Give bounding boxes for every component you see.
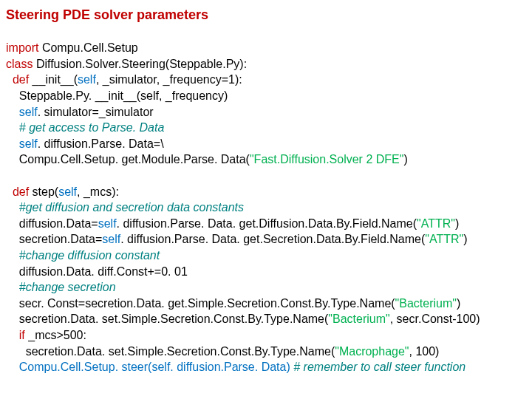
txt: diffusion.Data=	[6, 217, 98, 230]
txt: , _mcs):	[77, 185, 119, 198]
self: self	[19, 137, 38, 150]
txt: _mcs>500:	[25, 329, 86, 341]
txt: Compu.Cell.Setup. get.Module.Parse. Data…	[6, 153, 250, 166]
comment: # remember to call steer function	[290, 361, 466, 373]
self: self	[78, 73, 96, 86]
txt: )	[463, 233, 467, 245]
txt	[6, 106, 19, 118]
self: self	[102, 233, 120, 245]
txt: , _simulator, _frequency=1):	[96, 73, 242, 86]
txt: . diffusion.Parse. Data)	[170, 361, 290, 373]
kw-class: class	[6, 58, 33, 70]
txt: , 100)	[409, 345, 440, 358]
txt: diffusion.Data. diff.Const+=0. 01	[6, 265, 188, 278]
string-literal: "ATTR"	[417, 217, 455, 230]
txt: secretion.Data. set.Simple.Secretion.Con…	[6, 313, 328, 325]
slide-container: Steering PDE solver parameters import Co…	[0, 0, 532, 375]
comment: # get access to Parse. Data	[6, 121, 164, 134]
kw-import: import	[6, 41, 38, 54]
txt: secretion.Data=	[6, 233, 102, 245]
txt: secretion.Data. set.Simple.Secretion.Con…	[6, 345, 335, 358]
code-block: import Compu.Cell.Setup class Diffusion.…	[6, 40, 525, 375]
txt: . simulator=_simulator	[38, 106, 154, 118]
string-literal: "Bacterium"	[395, 297, 457, 310]
txt: )	[457, 297, 460, 310]
self: self	[19, 106, 38, 118]
txt: . diffusion.Parse. Data=\	[38, 137, 164, 150]
call: Compu.Cell.Setup. steer(	[6, 361, 151, 373]
comment: #change diffusion constant	[6, 249, 160, 262]
string-literal: "Fast.Diffusion.Solver 2 DFE"	[250, 153, 403, 166]
txt: Steppable.Py. __init__(self, _frequency)	[6, 89, 228, 102]
txt: )	[455, 217, 459, 230]
txt: __init__(	[29, 73, 78, 86]
kw-if: if	[6, 329, 25, 341]
txt: )	[403, 153, 407, 166]
txt: secr. Const=secretion.Data. get.Simple.S…	[6, 297, 395, 310]
comment: #change secretion	[6, 281, 116, 293]
txt: . diffusion.Parse. Data. get.Secretion.D…	[120, 233, 425, 245]
txt: Compu.Cell.Setup	[38, 41, 137, 54]
self: self	[98, 217, 117, 230]
string-literal: "Macrophage"	[335, 345, 409, 358]
txt: , secr.Const-100)	[390, 313, 480, 325]
txt: . diffusion.Parse. Data. get.Diffusion.D…	[117, 217, 417, 230]
kw-def: def	[6, 73, 29, 86]
txt: Diffusion.Solver.Steering(Steppable.Py):	[33, 58, 247, 70]
string-literal: "Bacterium"	[328, 313, 389, 325]
txt: step(	[29, 185, 58, 198]
comment: #get diffusion and secretion data consta…	[6, 201, 244, 214]
kw-def: def	[6, 185, 29, 198]
self: self	[151, 361, 170, 373]
string-literal: "ATTR"	[425, 233, 463, 245]
self: self	[58, 185, 77, 198]
slide-title: Steering PDE solver parameters	[6, 6, 525, 24]
txt	[6, 137, 19, 150]
